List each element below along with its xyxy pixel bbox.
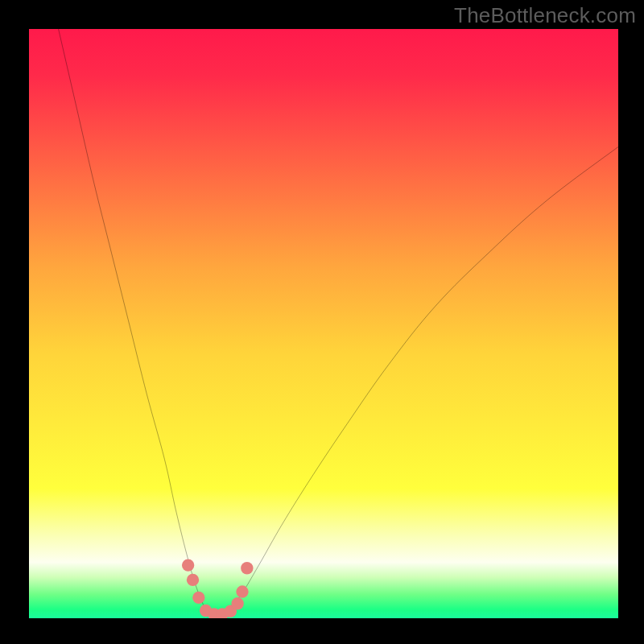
background-gradient [29, 29, 618, 618]
svg-rect-0 [29, 29, 618, 618]
chart-frame: TheBottleneck.com [0, 0, 644, 644]
watermark-text: TheBottleneck.com [454, 3, 636, 28]
plot-area [29, 29, 618, 618]
